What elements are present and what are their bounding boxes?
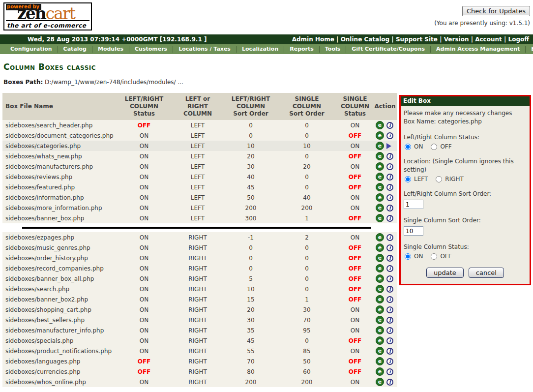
info-icon[interactable]: i [386,194,393,201]
info-icon[interactable]: i [386,275,393,282]
nav-item-locations-taxes[interactable]: Locations / Taxes [173,46,237,53]
info-icon[interactable]: i [386,215,393,222]
lr-status-off-radio[interactable] [431,144,437,150]
single-column-sort-order: 85 [276,348,337,355]
admin-link-account[interactable]: Account [475,36,502,43]
edit-icon[interactable]: e [376,295,384,303]
sc-status-off-radio[interactable] [431,253,437,260]
edit-icon[interactable]: e [376,274,384,283]
nav-item-modules[interactable]: Modules [92,46,129,53]
left-or-right-column: LEFT [170,215,225,222]
lr-column-status: OFF [118,358,170,365]
update-button[interactable]: update [426,268,464,278]
lr-column-status: ON [118,255,170,262]
edit-icon[interactable]: e [376,152,384,160]
nav-item-tools[interactable]: Tools [320,46,346,53]
cancel-button[interactable]: cancel [469,268,504,278]
edit-icon[interactable]: e [376,142,384,150]
admin-link-support-site[interactable]: Support Site [396,36,438,43]
edit-icon[interactable]: e [376,336,384,345]
edit-icon[interactable]: e [376,233,384,241]
edit-icon[interactable]: e [376,357,384,365]
box-file-name: sideboxes/more_information.php [2,205,118,211]
nav-item-customers[interactable]: Customers [129,46,173,53]
edit-icon[interactable]: e [376,264,384,272]
lr-status-on-radio[interactable] [405,144,411,150]
info-icon[interactable]: i [386,358,393,365]
info-icon[interactable]: i [386,379,393,386]
edit-icon[interactable]: e [376,162,384,171]
action-cell: ei [373,121,397,129]
admin-links: Admin Home | Online Catalog | Support Si… [292,36,529,43]
nav-item-localization[interactable]: Localization [237,46,284,53]
nav-item-extras[interactable]: Extras [526,46,533,53]
left-or-right-column: LEFT [170,153,225,160]
info-icon[interactable]: i [386,184,393,191]
info-icon[interactable]: i [386,132,393,139]
date-admin-bar: Wed, 28 Aug 2013 07:39:14 +0000GMT [192.… [0,34,533,44]
edit-icon[interactable]: e [376,254,384,262]
edit-icon[interactable]: e [376,193,384,202]
action-cell: ei [373,264,397,272]
edit-icon[interactable]: e [376,204,384,212]
info-icon[interactable]: i [386,265,393,272]
lr-column-sort-order: 30 [225,317,276,324]
lr-sort-input[interactable] [404,200,423,209]
sc-status-on-radio[interactable] [405,253,411,260]
info-icon[interactable]: i [386,234,393,241]
edit-icon[interactable]: e [376,121,384,129]
logo-tagline: the art of e-commerce [7,22,86,29]
edit-icon[interactable]: e [376,378,384,386]
nav-item-catalog[interactable]: Catalog [58,46,92,53]
edit-icon[interactable]: e [376,285,384,293]
info-icon[interactable]: i [386,174,393,181]
nav-item-admin-access-management[interactable]: Admin Access Management [431,46,526,53]
edit-icon[interactable]: e [376,243,384,252]
nav-item-configuration[interactable]: Configuration [5,46,58,53]
sc-sort-label: Single Column Sort Order: [404,216,527,225]
edit-icon[interactable]: e [376,173,384,181]
single-column-sort-order: 40 [276,194,337,201]
edit-icon[interactable]: e [376,131,384,140]
info-icon[interactable]: i [386,244,393,251]
edit-icon[interactable]: e [376,305,384,314]
sc-sort-input[interactable] [404,226,423,236]
edit-icon[interactable]: e [376,326,384,334]
edit-icon[interactable]: e [376,214,384,222]
info-icon[interactable]: i [386,122,393,129]
info-icon[interactable]: i [386,337,393,344]
admin-link-version[interactable]: Version [444,36,469,43]
info-icon[interactable]: i [386,296,393,303]
admin-link-logoff[interactable]: Logoff [508,36,529,43]
info-icon[interactable]: i [386,306,393,313]
single-column-status: ON [337,379,373,386]
left-or-right-column: LEFT [170,194,225,201]
info-icon[interactable]: i [386,317,393,324]
info-icon[interactable]: i [386,153,393,160]
table-row: sideboxes/ezpages.phpONRIGHT-12ONei [2,232,397,242]
location-right-radio[interactable] [436,176,442,182]
info-icon[interactable]: i [386,348,393,355]
single-column-status: ON [337,194,373,201]
single-column-sort-order: 0 [276,174,337,181]
nav-item-gift-certificate-coupons[interactable]: Gift Certificate/Coupons [346,46,431,53]
nav-item-reports[interactable]: Reports [284,46,320,53]
info-icon[interactable]: i [386,255,393,262]
info-icon[interactable]: i [386,368,393,375]
location-left-radio[interactable] [405,176,411,182]
info-icon[interactable]: i [386,286,393,293]
zencart-logo[interactable]: powered by zencart the art of e-commerce [3,2,92,30]
single-column-status: ON [337,348,373,355]
edit-icon[interactable]: e [376,367,384,376]
field-lr-status: Left/Right Column Status: ON OFF [404,133,527,150]
info-icon[interactable]: i [386,163,393,170]
single-column-sort-order: 0 [276,286,337,293]
info-icon[interactable]: i [386,327,393,334]
edit-icon[interactable]: e [376,347,384,355]
admin-link-admin-home[interactable]: Admin Home [292,36,334,43]
info-icon[interactable]: i [386,205,393,211]
edit-icon[interactable]: e [376,316,384,324]
edit-icon[interactable]: e [376,183,384,191]
check-for-updates-button[interactable]: Check for Updates [462,6,530,16]
admin-link-online-catalog[interactable]: Online Catalog [341,36,390,43]
